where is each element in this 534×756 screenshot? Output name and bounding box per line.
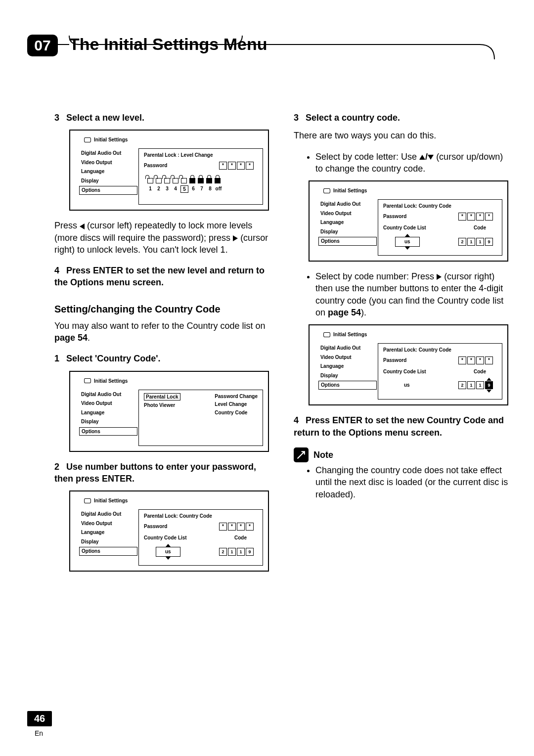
menu-item: Digital Audio Out [79, 149, 137, 157]
ui-panel: Parental Lock Photo Viewer Password Chan… [138, 390, 263, 446]
menu-item: Display [79, 177, 137, 185]
ui-side-menu: Digital Audio Out Video Output Language … [79, 391, 137, 436]
menu-item: Digital Audio Out [318, 200, 377, 208]
step-number: 4 [54, 265, 66, 276]
bullet-list: Select by code number: Press (cursor rig… [294, 270, 508, 318]
bullet-list: Select by code letter: Use / (cursor up/… [294, 151, 508, 175]
cc-list-value: us [156, 547, 180, 557]
ui-screenshot-country-code-number: Initial Settings Digital Audio Out Video… [309, 324, 508, 405]
ui-title-text: Initial Settings [94, 136, 128, 143]
menu-item: Video Output [79, 520, 137, 528]
note-icon [294, 447, 309, 462]
menu-item: Digital Audio Out [318, 344, 377, 352]
arrow-up-icon [487, 378, 491, 381]
body-text: Press (cursor left) repeatedly to lock m… [54, 220, 269, 256]
ui-panel: Parental Lock: Country Code Password Cou… [378, 343, 502, 400]
arrow-up-icon [166, 544, 171, 547]
ui-title-text: Initial Settings [333, 331, 367, 338]
menu-item: Display [318, 228, 377, 236]
ui-title-text: Initial Settings [94, 497, 128, 504]
panel-heading: Parental Lock: Country Code [378, 344, 502, 355]
step-title: Press ENTER to set the new Country Code … [294, 415, 504, 437]
step-title: Select 'Country Code'. [66, 354, 161, 363]
note-text: Changing the country code does not take … [315, 464, 508, 500]
step-title: Select a new level. [66, 113, 144, 123]
step-number: 1 [54, 353, 66, 364]
password-label: Password [144, 162, 167, 169]
ui-title-text: Initial Settings [94, 378, 128, 385]
panel-heading: Parental Lock: Country Code [139, 510, 263, 521]
ui-side-menu: Digital Audio Out Video Output Language … [79, 510, 137, 556]
cc-code-label: Code [474, 368, 486, 375]
password-boxes [458, 356, 493, 364]
password-boxes [458, 213, 493, 221]
menu-item-selected: Options [318, 381, 377, 390]
arrow-right-icon [437, 274, 442, 280]
cc-list-label: Country Code List [383, 224, 426, 231]
menu-item-selected: Options [79, 427, 137, 436]
cc-list-value: us [395, 381, 419, 390]
password-boxes [219, 523, 254, 531]
menu-item: Language [79, 409, 137, 417]
cc-code-boxes: 2 1 1 9 [219, 548, 254, 556]
cc-code-boxes: 2 1 1 9 [458, 238, 493, 246]
body-text: You may also want to refer to the Countr… [54, 320, 269, 344]
step-number: 2 [54, 461, 66, 473]
step-number: 4 [294, 414, 306, 426]
cc-list-label: Country Code List [144, 534, 187, 541]
ui-panel: Parental Lock: Country Code Password Cou… [378, 199, 502, 256]
level-numbers: 1 2 3 4 5 6 7 8 off [139, 183, 263, 193]
menu-item: Video Output [318, 354, 377, 361]
menu-item: Display [79, 538, 137, 546]
ui-title-text: Initial Settings [333, 187, 367, 194]
step-title: Select a country code. [306, 113, 400, 123]
ui-screenshot-country-code-entry: Initial Settings Digital Audio Out Video… [69, 490, 269, 572]
password-label: Password [383, 213, 406, 220]
bullet-item: Select by code letter: Use / (cursor up/… [315, 151, 508, 175]
ui-panel: Parental Lock: Country Code Password Cou… [138, 509, 263, 566]
ui-side-menu: Digital Audio Out Video Output Language … [79, 149, 137, 195]
menu-item-selected: Options [318, 237, 377, 246]
menu-item: Language [318, 362, 377, 370]
cc-list-value: us [395, 237, 420, 247]
subheading: Setting/changing the Country Code [54, 303, 269, 316]
page-number: 46 [27, 711, 52, 726]
note-label: Note [313, 449, 333, 461]
arrow-left-icon [80, 223, 85, 229]
disc-icon [323, 332, 330, 337]
ui-panel: Parental Lock : Level Change Password [138, 148, 263, 205]
disc-icon [323, 188, 330, 193]
manual-page: 07 The Initial Settings Menu 3Select a n… [0, 0, 534, 756]
arrow-down-icon [405, 247, 410, 250]
step-number: 3 [294, 112, 306, 124]
arrow-down-icon [428, 155, 434, 160]
menu-item: Video Output [79, 159, 137, 167]
menu-item: Language [318, 219, 377, 226]
cc-code-label: Code [234, 534, 247, 541]
ui-side-menu: Digital Audio Out Video Output Language … [318, 344, 377, 390]
panel-col-2: Password Change Level Change Country Cod… [215, 393, 258, 416]
cc-list-label: Country Code List [383, 368, 426, 375]
right-column: 3Select a country code. There are two wa… [294, 109, 508, 580]
ui-side-menu: Digital Audio Out Video Output Language … [318, 200, 377, 246]
chapter-title: The Initial Settings Menu [69, 35, 267, 54]
arrow-up-icon [405, 234, 410, 237]
menu-item: Digital Audio Out [79, 391, 137, 399]
menu-item: Display [79, 418, 137, 426]
password-label: Password [144, 523, 167, 530]
disc-icon [84, 137, 91, 142]
password-label: Password [383, 357, 406, 364]
menu-item: Video Output [318, 210, 377, 218]
menu-item: Language [79, 168, 137, 176]
panel-col-1: Parental Lock Photo Viewer [144, 393, 180, 416]
step-title: Press ENTER to set the new level and ret… [54, 266, 265, 287]
cc-code-label: Code [474, 224, 486, 231]
bullet-item: Select by code number: Press (cursor rig… [315, 270, 508, 318]
menu-item-selected: Options [79, 547, 137, 556]
disc-icon [84, 378, 91, 383]
menu-item-selected: Options [79, 186, 137, 195]
password-boxes [219, 162, 254, 170]
panel-heading: Parental Lock : Level Change [139, 149, 263, 160]
arrow-right-icon [233, 235, 238, 241]
note-heading: Note [294, 447, 508, 462]
